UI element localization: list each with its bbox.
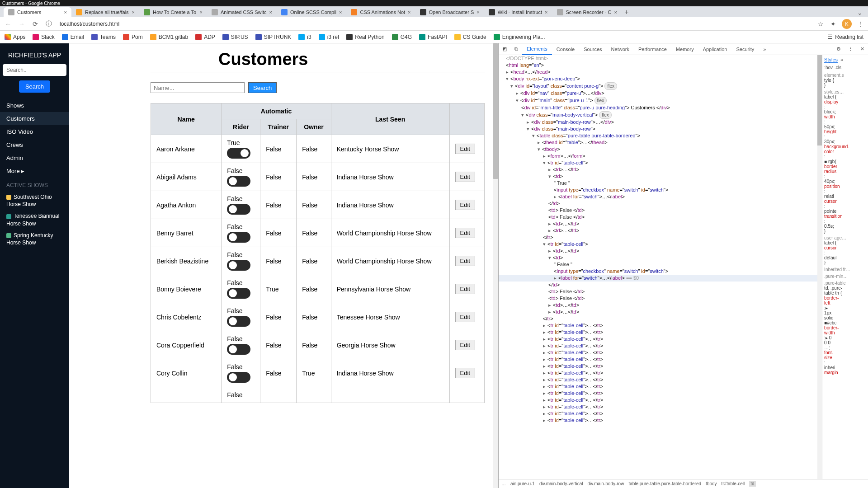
browser-tab[interactable]: Replace all true/fals× bbox=[71, 7, 139, 17]
reading-list-button[interactable]: ☰Reading list bbox=[828, 34, 863, 40]
device-icon[interactable]: ⧉ bbox=[510, 43, 522, 55]
browser-tab[interactable]: Open Broadcaster S× bbox=[415, 7, 484, 17]
browser-tab[interactable]: Customers× bbox=[4, 7, 71, 17]
url-input[interactable] bbox=[58, 19, 812, 29]
edit-button[interactable]: Edit bbox=[455, 368, 475, 378]
forward-button[interactable]: → bbox=[17, 19, 26, 28]
browser-tab[interactable]: Online SCSS Compil× bbox=[277, 7, 347, 17]
bookmark-item[interactable]: Email bbox=[62, 34, 84, 40]
breadcrumb-item[interactable]: table.pure-table.pure-table-bordered bbox=[628, 481, 701, 486]
rider-switch[interactable] bbox=[227, 232, 250, 243]
bookmark-item[interactable]: SIPTRUNK bbox=[255, 34, 292, 40]
devtools-tab[interactable]: Security bbox=[731, 43, 759, 55]
active-show-item[interactable]: Spring Kentucky Horse Show bbox=[0, 230, 69, 249]
bookmark-item[interactable]: SIP.US bbox=[222, 34, 248, 40]
profile-avatar[interactable]: K bbox=[842, 19, 852, 29]
breadcrumb-item[interactable]: div.main-body-vertical bbox=[539, 481, 583, 486]
close-icon[interactable]: × bbox=[269, 9, 272, 15]
devtools-tab[interactable]: Elements bbox=[522, 43, 552, 55]
sidebar-item[interactable]: More ▸ bbox=[0, 164, 69, 178]
sidebar-item[interactable]: Admin bbox=[0, 151, 69, 164]
back-button[interactable]: ← bbox=[4, 19, 13, 28]
name-search-button[interactable]: Search bbox=[248, 82, 277, 93]
devtools-more[interactable]: » bbox=[759, 43, 770, 55]
edit-button[interactable]: Edit bbox=[455, 284, 475, 294]
rider-switch[interactable] bbox=[227, 344, 250, 355]
edit-button[interactable]: Edit bbox=[455, 312, 475, 322]
rider-switch[interactable] bbox=[227, 316, 250, 327]
devtools-tab[interactable]: Application bbox=[698, 43, 732, 55]
rider-switch[interactable] bbox=[227, 288, 250, 299]
active-show-item[interactable]: Southwest Ohio Horse Show bbox=[0, 191, 69, 210]
dom-scrollbar[interactable] bbox=[817, 55, 822, 479]
bookmark-item[interactable]: i3 ref bbox=[319, 34, 340, 40]
styles-more[interactable]: » bbox=[840, 57, 843, 63]
sidebar-item[interactable]: Shows bbox=[0, 99, 69, 112]
browser-tab[interactable]: CSS Animations Not× bbox=[346, 7, 415, 17]
devtools-tab[interactable]: Console bbox=[552, 43, 579, 55]
bookmark-item[interactable]: Pom bbox=[123, 34, 143, 40]
browser-tab[interactable]: Animated CSS Switc× bbox=[207, 7, 277, 17]
edit-button[interactable]: Edit bbox=[455, 228, 475, 238]
close-icon[interactable]: × bbox=[64, 9, 67, 15]
edit-button[interactable]: Edit bbox=[455, 256, 475, 266]
styles-tab[interactable]: Styles bbox=[824, 57, 838, 63]
rider-switch[interactable] bbox=[227, 372, 250, 383]
bookmark-item[interactable]: i3 bbox=[298, 34, 311, 40]
breadcrumb-item[interactable]: div.main-body-row bbox=[587, 481, 624, 486]
bookmark-item[interactable]: ADP bbox=[195, 34, 215, 40]
bookmark-item[interactable]: FastAPI bbox=[419, 34, 447, 40]
new-tab-button[interactable]: + bbox=[622, 7, 632, 17]
extensions-icon[interactable]: ✦ bbox=[829, 20, 837, 28]
close-icon[interactable]: × bbox=[339, 9, 342, 15]
rider-switch[interactable] bbox=[227, 204, 250, 215]
devtools-tab[interactable]: Network bbox=[607, 43, 634, 55]
bookmark-item[interactable]: Slack bbox=[33, 34, 54, 40]
bookmark-item[interactable]: G4G bbox=[392, 34, 412, 40]
close-icon[interactable]: × bbox=[408, 9, 410, 15]
close-icon[interactable]: × bbox=[614, 9, 617, 15]
sidebar-item[interactable]: ISO Video bbox=[0, 125, 69, 138]
rider-switch[interactable] bbox=[227, 260, 250, 271]
cls-toggle[interactable]: .cls bbox=[835, 65, 841, 70]
breadcrumb-item[interactable]: tr#table-cell bbox=[722, 481, 745, 486]
close-icon[interactable]: ✕ bbox=[856, 43, 868, 55]
star-icon[interactable]: ☆ bbox=[816, 20, 825, 28]
bookmark-item[interactable]: CS Guide bbox=[454, 34, 486, 40]
close-icon[interactable]: × bbox=[476, 9, 479, 15]
sidebar-item[interactable]: Customers bbox=[0, 112, 69, 125]
bookmark-item[interactable]: Teams bbox=[91, 34, 116, 40]
edit-button[interactable]: Edit bbox=[455, 172, 475, 182]
browser-tab[interactable]: Screen Recorder - C× bbox=[552, 7, 622, 17]
active-show-item[interactable]: Tenessee Biannual Horse Show bbox=[0, 210, 69, 229]
chevron-down-icon[interactable]: ⌄ bbox=[855, 8, 864, 17]
reload-button[interactable]: ⟳ bbox=[31, 19, 40, 28]
bookmark-item[interactable]: Engineering Pla... bbox=[494, 34, 545, 40]
menu-icon[interactable]: ⋮ bbox=[856, 20, 864, 28]
breadcrumb-item[interactable]: ain.pure-u-1 bbox=[510, 481, 535, 486]
rider-switch[interactable] bbox=[227, 148, 250, 159]
sidebar-search-input[interactable] bbox=[3, 64, 66, 76]
close-icon[interactable]: × bbox=[200, 9, 203, 15]
hov-toggle[interactable]: :hov bbox=[824, 65, 833, 70]
rider-switch[interactable] bbox=[227, 176, 250, 187]
gear-icon[interactable]: ⚙ bbox=[833, 43, 844, 55]
devtools-tab[interactable]: Memory bbox=[671, 43, 698, 55]
close-icon[interactable]: × bbox=[545, 9, 547, 15]
sidebar-item[interactable]: Crews bbox=[0, 138, 69, 151]
breadcrumb-item[interactable]: tbody bbox=[706, 481, 717, 486]
styles-pane[interactable]: Styles» :hov.cls element.style {}style.c… bbox=[822, 55, 868, 479]
breadcrumb-item[interactable]: td bbox=[749, 481, 755, 487]
edit-button[interactable]: Edit bbox=[455, 200, 475, 210]
devtools-tab[interactable]: Performance bbox=[634, 43, 671, 55]
dom-tree[interactable]: …<!DOCTYPE html><html lang="en">▸<head>…… bbox=[499, 55, 822, 479]
edit-button[interactable]: Edit bbox=[455, 144, 475, 154]
bookmark-item[interactable]: BCM1 gitlab bbox=[150, 34, 188, 40]
browser-tab[interactable]: How To Create a To× bbox=[139, 7, 207, 17]
devtools-tab[interactable]: Sources bbox=[579, 43, 606, 55]
devtools-breadcrumbs[interactable]: …ain.pure-u-1div.main-body-verticaldiv.m… bbox=[499, 479, 868, 488]
apps-button[interactable]: Apps bbox=[5, 34, 25, 40]
devtools-menu-icon[interactable]: ⋮ bbox=[844, 43, 856, 55]
bookmark-item[interactable]: Real Python bbox=[346, 34, 384, 40]
breadcrumb-item[interactable]: … bbox=[501, 481, 506, 486]
